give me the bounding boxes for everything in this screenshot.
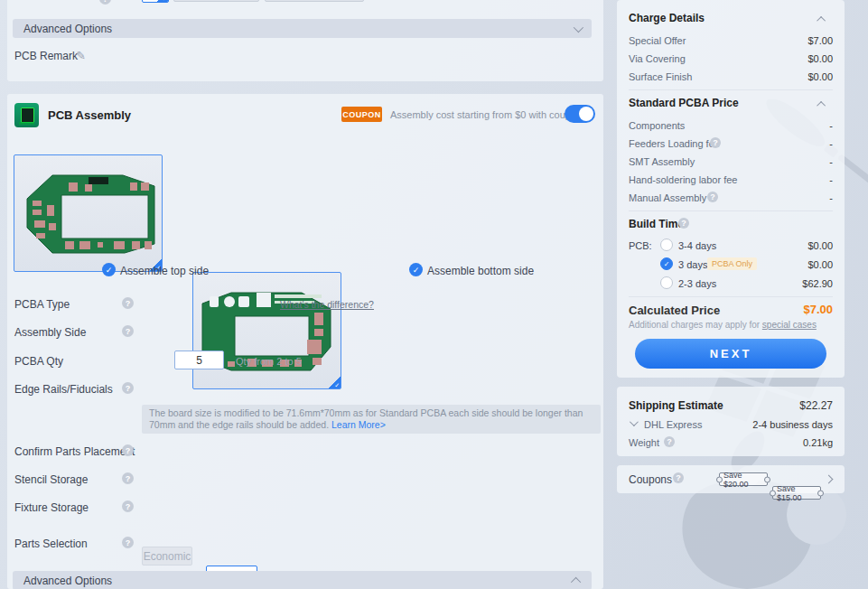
learn-more-link[interactable]: Learn More> <box>331 419 386 430</box>
selected-corner-check: ✓ <box>327 376 341 388</box>
build-time-radio-3-days[interactable]: ✓ <box>660 257 673 270</box>
pcba-type-economic[interactable]: Economic <box>142 547 192 566</box>
pcb-order-page: ? ✓ Advanced Options PCB Remark ✎ PCB As… <box>0 0 868 589</box>
shipping-duration: 2-4 business days <box>752 419 833 430</box>
chevron-down-icon[interactable] <box>630 417 639 426</box>
question-icon[interactable]: ? <box>710 137 721 148</box>
calculated-price-title: Calculated Price <box>629 304 720 317</box>
assemble-top-check-icon[interactable]: ✓ <box>102 263 116 276</box>
question-icon[interactable]: ? <box>707 192 718 202</box>
pcb-top-preview[interactable]: ✓ <box>14 154 163 272</box>
question-icon[interactable]: ? <box>122 444 134 456</box>
coupon-text: Assembly cost starting from $0 with coup… <box>390 109 582 120</box>
parts-selection-label: Parts Selection <box>14 538 88 550</box>
build-time-option-label: 2-3 days <box>678 278 716 289</box>
charge-details-title: Charge Details <box>629 12 705 24</box>
pcb-bottom-preview[interactable]: ✓ <box>192 272 341 389</box>
pcb-assembly-icon <box>14 103 39 127</box>
toggle-knob <box>579 107 593 121</box>
chevron-right-icon[interactable] <box>825 475 834 484</box>
pcba-price-row-label: Hand-soldering labor fee <box>629 174 737 185</box>
divider <box>629 210 833 211</box>
question-icon[interactable]: ? <box>122 325 134 337</box>
build-time-radio-3-4-days[interactable] <box>660 238 673 251</box>
next-button[interactable]: NEXT <box>635 339 826 369</box>
pcba-price-row-value: - <box>829 174 833 185</box>
chevron-up-icon[interactable] <box>817 16 826 25</box>
coupon-badge: COUPON <box>341 107 382 122</box>
question-icon[interactable]: ? <box>122 537 134 548</box>
build-time-option-label: 3 days <box>678 259 707 270</box>
question-icon: ? <box>99 0 111 5</box>
pcba-type-label: PCBA Type <box>14 298 70 311</box>
question-icon[interactable]: ? <box>664 436 675 447</box>
charge-row-value: $0.00 <box>807 71 833 82</box>
charge-row-value: $7.00 <box>807 35 833 46</box>
cropped-select[interactable] <box>173 0 259 2</box>
build-time-option-price: $62.90 <box>802 278 833 289</box>
pcba-price-row-value: - <box>829 120 833 131</box>
question-icon[interactable]: ? <box>122 382 134 394</box>
price-summary-panel: Charge Details Special Offer $7.00 Via C… <box>617 0 845 378</box>
charge-row-label: Special Offer <box>629 35 686 46</box>
pcba-qty-label: PCBA Qty <box>14 355 63 368</box>
shipping-method[interactable]: DHL Express <box>644 419 702 430</box>
question-icon[interactable]: ? <box>122 500 134 512</box>
charge-row-label: Surface Finish <box>629 71 692 82</box>
pcba-price-row-value: - <box>829 156 833 167</box>
additional-charges-note: Additional charges may apply for special… <box>629 320 817 330</box>
advanced-options-bar-top[interactable]: Advanced Options <box>13 19 592 38</box>
divider <box>629 296 833 297</box>
advanced-options-bar-bottom[interactable]: Advanced Options <box>13 571 592 589</box>
calculated-price-value: $7.00 <box>803 303 833 316</box>
pcba-price-row-label: SMT Assembly <box>629 156 695 167</box>
pcb-bottom-image <box>193 273 341 388</box>
whats-difference-link[interactable]: What's the difference? <box>280 299 374 310</box>
build-time-radio-2-3-days[interactable] <box>660 276 673 289</box>
pcb-assembly-title: PCB Assembly <box>48 108 131 122</box>
stencil-storage-label: Stencil Storage <box>14 473 88 486</box>
confirm-parts-label: Confirm Parts Placement <box>14 445 135 458</box>
chevron-up-icon <box>571 576 581 586</box>
build-time-option-price: $0.00 <box>807 240 833 251</box>
build-time-option-price: $0.00 <box>807 259 833 270</box>
coupons-panel: Coupons ? Save $20.00 Save $15.00 <box>617 465 845 493</box>
question-icon[interactable]: ? <box>122 472 134 484</box>
assemble-bottom-label: Assemble bottom side <box>427 265 534 277</box>
assembly-side-label: Assembly Side <box>14 326 86 339</box>
pcba-price-title: Standard PCBA Price <box>629 97 739 109</box>
chevron-up-icon[interactable] <box>817 101 826 110</box>
assemble-bottom-check-icon[interactable]: ✓ <box>409 263 423 276</box>
edge-rails-label: Edge Rails/Fiducials <box>14 383 113 396</box>
pcba-only-badge: PCBA Only <box>707 257 757 270</box>
cropped-option-button[interactable]: ✓ <box>142 0 169 3</box>
weight-label: Weight <box>629 437 659 448</box>
build-time-title: Build Time <box>629 218 684 230</box>
shipping-title: Shipping Estimate <box>629 399 723 412</box>
pcb-options-card: ? ✓ Advanced Options PCB Remark ✎ <box>7 0 603 81</box>
coupon-chip-save-15[interactable]: Save $15.00 <box>772 486 821 500</box>
pcb-assembly-card: PCB Assembly COUPON Assembly cost starti… <box>7 94 603 589</box>
question-icon[interactable]: ? <box>678 218 689 229</box>
assemble-top-label: Assemble top side <box>120 265 209 277</box>
assembly-toggle[interactable] <box>565 105 595 123</box>
question-icon[interactable]: ? <box>673 472 684 483</box>
chevron-down-icon <box>574 22 583 32</box>
shipping-price: $22.27 <box>799 399 833 412</box>
charge-row-value: $0.00 <box>807 53 833 64</box>
divider <box>629 89 833 90</box>
pcba-qty-input[interactable] <box>174 351 224 369</box>
pcba-price-row-value: - <box>829 138 833 149</box>
pcba-price-row-label: Feeders Loading fee <box>629 138 720 149</box>
coupon-chip-save-20[interactable]: Save $20.00 <box>719 472 768 486</box>
weight-value: 0.21kg <box>803 437 833 448</box>
pcba-price-row-label: Components <box>629 120 685 131</box>
advanced-options-label: Advanced Options <box>23 23 112 35</box>
cropped-select[interactable] <box>265 0 364 2</box>
question-icon[interactable]: ? <box>122 297 134 309</box>
pencil-icon[interactable]: ✎ <box>76 49 86 62</box>
special-cases-link[interactable]: special cases <box>762 320 817 330</box>
pcb-remark-label: PCB Remark <box>14 50 78 62</box>
qty-range-hint: Qty from 2 to 5 <box>236 356 302 367</box>
shipping-estimate-panel: Shipping Estimate $22.27 DHL Express 2-4… <box>617 387 845 456</box>
